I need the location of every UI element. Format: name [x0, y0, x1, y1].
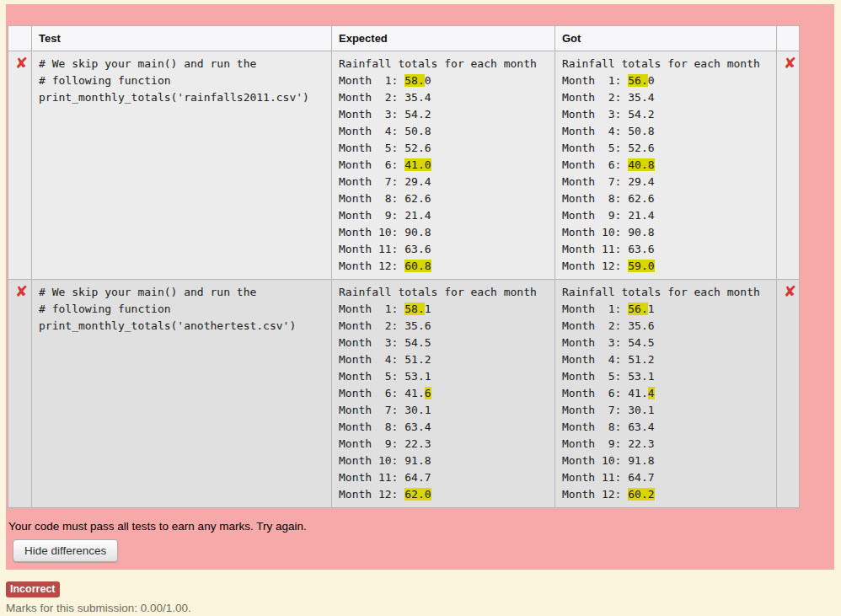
test-results-table: Test Expected Got ✘# We skip your main()… — [8, 25, 800, 508]
got-output: Rainfall totals for each month Month 1: … — [562, 56, 769, 275]
diff-highlight: 56. — [628, 74, 647, 87]
test-result-row: ✘# We skip your main() and run the # fol… — [8, 51, 800, 280]
got-output-cell: Rainfall totals for each month Month 1: … — [555, 280, 777, 508]
got-output: Rainfall totals for each month Month 1: … — [562, 284, 769, 503]
diff-highlight: 58. — [404, 74, 424, 87]
diff-highlight: 56. — [628, 303, 647, 315]
diff-highlight: 60.2 — [628, 488, 654, 501]
test-code: # We skip your main() and run the # foll… — [39, 284, 324, 335]
test-code-cell: # We skip your main() and run the # foll… — [32, 280, 332, 508]
diff-highlight: 62.0 — [404, 488, 431, 501]
expected-output: Rainfall totals for each month Month 1: … — [339, 56, 548, 275]
feedback-message: Your code must pass all tests to earn an… — [8, 520, 834, 533]
quiz-feedback-page: Test Expected Got ✘# We skip your main()… — [0, 4, 841, 614]
result-status-cell-right: ✘ — [777, 51, 800, 280]
diff-highlight: 41.0 — [404, 158, 431, 171]
test-code: # We skip your main() and run the # foll… — [39, 56, 324, 106]
fail-icon: ✘ — [15, 282, 28, 300]
expected-output-cell: Rainfall totals for each month Month 1: … — [332, 280, 555, 508]
outcome-section: Incorrect Marks for this submission: 0.0… — [6, 581, 841, 614]
header-cell-empty-left — [8, 26, 32, 51]
fail-icon: ✘ — [784, 54, 796, 72]
hide-differences-button[interactable]: Hide differences — [13, 539, 118, 562]
header-cell-got: Got — [555, 26, 777, 51]
expected-output: Rainfall totals for each month Month 1: … — [339, 284, 548, 503]
result-status-cell-left: ✘ — [8, 51, 32, 280]
test-result-row: ✘# We skip your main() and run the # fol… — [8, 280, 800, 508]
result-status-cell-left: ✘ — [8, 280, 32, 508]
test-code-cell: # We skip your main() and run the # foll… — [32, 51, 332, 280]
diff-highlight: 40.8 — [628, 158, 654, 171]
expected-output-cell: Rainfall totals for each month Month 1: … — [332, 51, 555, 280]
results-table-body: ✘# We skip your main() and run the # fol… — [8, 51, 800, 508]
header-cell-empty-right — [777, 26, 800, 51]
result-status-cell-right: ✘ — [777, 280, 800, 508]
diff-highlight: 59.0 — [628, 260, 654, 272]
marks-text: Marks for this submission: 0.00/1.00. — [6, 602, 841, 614]
diff-highlight: 6 — [425, 387, 431, 399]
diff-highlight: 58. — [404, 303, 424, 315]
header-cell-expected: Expected — [332, 26, 555, 51]
header-cell-test: Test — [32, 26, 332, 51]
fail-icon: ✘ — [784, 282, 796, 300]
status-badge: Incorrect — [6, 581, 60, 597]
results-table-header: Test Expected Got — [8, 26, 800, 51]
header-row: Test Expected Got — [8, 26, 800, 51]
fail-icon: ✘ — [15, 54, 28, 72]
coderunner-feedback-panel: Test Expected Got ✘# We skip your main()… — [6, 4, 834, 570]
got-output-cell: Rainfall totals for each month Month 1: … — [555, 51, 777, 280]
diff-highlight: 60.8 — [404, 260, 431, 272]
diff-highlight: 4 — [648, 387, 655, 399]
